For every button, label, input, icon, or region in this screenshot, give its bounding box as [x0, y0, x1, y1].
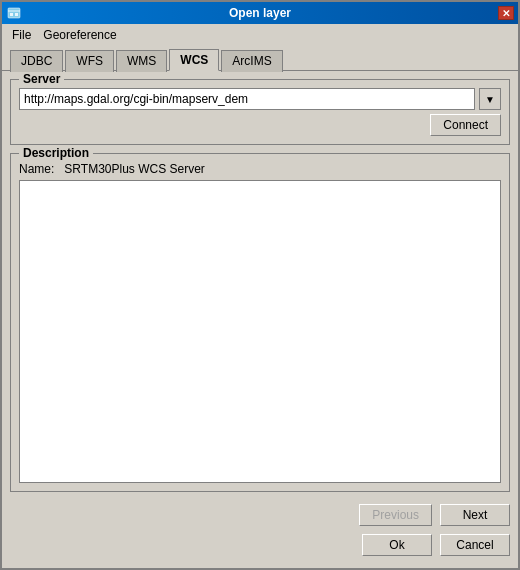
- previous-button[interactable]: Previous: [359, 504, 432, 526]
- tab-wfs[interactable]: WFS: [65, 50, 114, 72]
- connect-button[interactable]: Connect: [430, 114, 501, 136]
- server-group-label: Server: [19, 72, 64, 86]
- tab-arcims[interactable]: ArcIMS: [221, 50, 282, 72]
- description-textarea[interactable]: [19, 180, 501, 483]
- description-name-row: Name: SRTM30Plus WCS Server: [19, 162, 501, 176]
- tab-wcs[interactable]: WCS: [169, 49, 219, 71]
- server-name-value: SRTM30Plus WCS Server: [64, 162, 204, 176]
- server-group: Server ▼ Connect: [10, 79, 510, 145]
- cancel-button[interactable]: Cancel: [440, 534, 510, 556]
- content-area: Server ▼ Connect Description Name: SRTM3…: [2, 70, 518, 568]
- url-dropdown-button[interactable]: ▼: [479, 88, 501, 110]
- menu-item-georeference[interactable]: Georeference: [37, 26, 122, 44]
- description-group: Description Name: SRTM30Plus WCS Server: [10, 153, 510, 492]
- tab-jdbc[interactable]: JDBC: [10, 50, 63, 72]
- window-icon: [6, 5, 22, 21]
- open-layer-window: Open layer ✕ File Georeference JDBC WFS …: [0, 0, 520, 570]
- svg-rect-0: [8, 8, 20, 18]
- close-button[interactable]: ✕: [498, 6, 514, 20]
- connect-row: Connect: [19, 114, 501, 136]
- next-button[interactable]: Next: [440, 504, 510, 526]
- nav-buttons: Previous Next: [10, 500, 510, 530]
- svg-rect-3: [15, 13, 18, 16]
- menu-bar: File Georeference: [2, 24, 518, 44]
- dialog-buttons: Ok Cancel: [10, 530, 510, 560]
- title-bar: Open layer ✕: [2, 2, 518, 24]
- name-label: Name:: [19, 162, 54, 176]
- menu-item-file[interactable]: File: [6, 26, 37, 44]
- svg-rect-2: [10, 13, 13, 16]
- ok-button[interactable]: Ok: [362, 534, 432, 556]
- description-group-label: Description: [19, 146, 93, 160]
- server-url-row: ▼: [19, 88, 501, 110]
- window-title: Open layer: [22, 6, 498, 20]
- server-url-input[interactable]: [19, 88, 475, 110]
- tab-wms[interactable]: WMS: [116, 50, 167, 72]
- tabs-row: JDBC WFS WMS WCS ArcIMS: [2, 44, 518, 70]
